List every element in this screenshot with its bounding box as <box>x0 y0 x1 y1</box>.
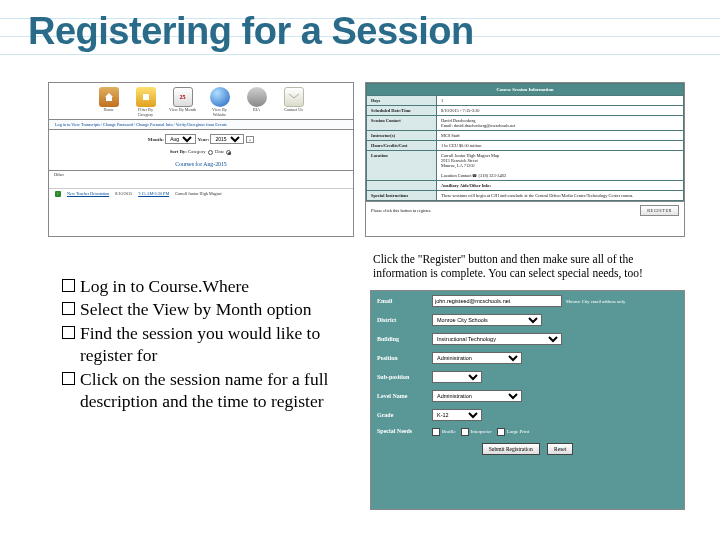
login-bar[interactable]: Log in to View Transcripts / Change Pass… <box>49 119 353 130</box>
course-link[interactable]: New Teacher Orientation <box>67 191 109 196</box>
district-select[interactable]: Monroe City Schools <box>432 314 542 326</box>
register-button[interactable]: REGISTER <box>640 205 679 216</box>
courses-heading: Courses for Aug-2015 <box>49 161 353 167</box>
filter-icon <box>136 87 156 107</box>
coursewhere-toolbar: Home Filter By Category 25 View By Month… <box>49 83 353 119</box>
svg-rect-0 <box>143 94 149 100</box>
braille-checkbox[interactable] <box>432 428 440 436</box>
bullet-item: Find the session you would like to regis… <box>62 322 352 367</box>
bullet-item: Click on the session name for a full des… <box>62 368 352 413</box>
calendar-icon: 25 <box>173 87 193 107</box>
sort-category-radio[interactable] <box>208 150 213 155</box>
coursewhere-panel: Home Filter By Category 25 View By Month… <box>48 82 354 237</box>
subposition-select[interactable] <box>432 371 482 383</box>
home-icon <box>99 87 119 107</box>
largeprint-checkbox[interactable] <box>497 428 505 436</box>
email-field[interactable] <box>432 295 562 307</box>
special-needs-group: Braille Interpreter Large Print <box>432 428 529 436</box>
mail-icon <box>284 87 304 107</box>
reset-button[interactable]: Reset <box>547 443 573 455</box>
grade-select[interactable]: K-12 <box>432 409 482 421</box>
instruction-list: Log in to Course.Where Select the View b… <box>62 275 352 413</box>
sort-row: Sort By: Category Date <box>49 149 353 154</box>
interpreter-checkbox[interactable] <box>461 428 469 436</box>
register-prompt: Please click this button to register. <box>371 208 431 213</box>
go-button[interactable]: » <box>246 136 255 143</box>
session-info-panel: Course Session Information Days1 Schedul… <box>365 82 685 237</box>
toolbar-month[interactable]: 25 View By Month <box>169 87 197 117</box>
building-select[interactable]: Instructional Technology <box>432 333 562 345</box>
toolbar-website[interactable]: View By Website <box>206 87 234 117</box>
sort-date-radio[interactable] <box>226 150 231 155</box>
toolbar-home[interactable]: Home <box>95 87 123 117</box>
month-filter-row: Month: Aug Year: 2015 » <box>49 130 353 146</box>
registration-form-panel: Email Monroe City email address only Dis… <box>370 290 685 510</box>
level-select[interactable]: Administration <box>432 390 522 402</box>
expand-icon[interactable]: + <box>55 191 61 197</box>
session-info-header: Course Session Information <box>367 84 684 96</box>
bullet-item: Log in to Course.Where <box>62 275 352 297</box>
toolbar-contact[interactable]: Contact Us <box>280 87 308 117</box>
wrench-icon <box>247 87 267 107</box>
year-select[interactable]: 2015 <box>210 134 244 144</box>
submit-registration-button[interactable]: Submit Registration <box>482 443 540 455</box>
toolbar-ria[interactable]: RIA <box>243 87 271 117</box>
bullet-item: Select the View by Month option <box>62 298 352 320</box>
register-caption: Click the "Register" button and then mak… <box>373 252 683 281</box>
toolbar-filter[interactable]: Filter By Category <box>132 87 160 117</box>
category-other: Other <box>49 170 353 178</box>
slide-title: Registering for a Session <box>28 10 474 53</box>
month-select[interactable]: Aug <box>165 134 196 144</box>
course-row: + New Teacher Orientation 8/10/2015 7:15… <box>49 188 353 199</box>
globe-icon <box>210 87 230 107</box>
position-select[interactable]: Administration <box>432 352 522 364</box>
